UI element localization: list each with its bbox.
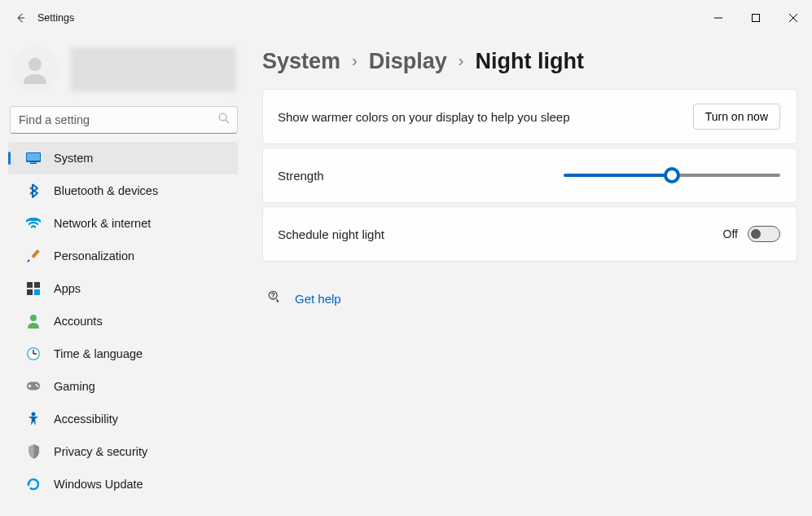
turn-on-button[interactable]: Turn on now <box>693 104 780 130</box>
privacy-icon <box>26 444 41 459</box>
description-card: Show warmer colors on your display to he… <box>262 89 797 144</box>
strength-slider[interactable] <box>564 174 780 177</box>
sidebar-item-label: Windows Update <box>54 478 143 491</box>
breadcrumb-current: Night light <box>475 49 583 74</box>
svg-rect-10 <box>30 163 37 165</box>
sidebar-item-gaming[interactable]: Gaming <box>8 370 238 403</box>
sidebar-item-network[interactable]: Network & internet <box>8 207 238 240</box>
sidebar-item-label: Accounts <box>54 315 103 328</box>
avatar <box>11 46 59 93</box>
update-icon <box>26 477 41 492</box>
svg-point-22 <box>36 384 37 386</box>
titlebar: Settings <box>0 0 812 36</box>
nav-list: SystemBluetooth & devicesNetwork & inter… <box>0 142 248 501</box>
svg-point-29 <box>273 297 274 298</box>
breadcrumb: System › Display › Night light <box>262 49 797 74</box>
strength-slider-container <box>564 174 780 177</box>
help-icon <box>267 289 282 307</box>
arrow-left-icon <box>14 12 25 24</box>
sidebar-item-accessibility[interactable]: Accessibility <box>8 403 238 435</box>
sidebar-item-privacy[interactable]: Privacy & security <box>8 435 238 468</box>
svg-point-5 <box>29 58 42 71</box>
network-icon <box>26 216 41 231</box>
search-input[interactable] <box>10 106 238 134</box>
schedule-state-text: Off <box>723 227 738 240</box>
back-button[interactable] <box>5 3 34 33</box>
sidebar-item-personalization[interactable]: Personalization <box>8 240 238 272</box>
svg-point-23 <box>37 386 38 387</box>
system-icon <box>26 151 41 165</box>
sidebar-item-system[interactable]: System <box>8 142 238 174</box>
sidebar-item-label: Time & language <box>54 347 143 360</box>
sidebar-item-time[interactable]: Time & language <box>8 337 238 370</box>
sidebar-item-bluetooth[interactable]: Bluetooth & devices <box>8 174 238 207</box>
sidebar-item-label: Bluetooth & devices <box>54 184 158 197</box>
svg-rect-2 <box>753 15 760 22</box>
sidebar-item-apps[interactable]: Apps <box>8 272 238 305</box>
help-row: Get help <box>262 289 797 307</box>
search-container <box>10 106 238 134</box>
schedule-card: Schedule night light Off <box>262 206 797 262</box>
svg-point-26 <box>32 412 36 417</box>
user-name-redacted <box>70 47 236 91</box>
maximize-icon <box>752 14 760 22</box>
sidebar-item-update[interactable]: Windows Update <box>8 468 238 501</box>
maximize-button[interactable] <box>737 5 775 31</box>
chevron-right-icon: › <box>352 51 358 70</box>
svg-point-16 <box>30 315 37 321</box>
sidebar-item-accounts[interactable]: Accounts <box>8 305 238 337</box>
svg-rect-15 <box>34 289 40 295</box>
sidebar: SystemBluetooth & devicesNetwork & inter… <box>0 36 248 516</box>
accessibility-icon <box>26 412 41 426</box>
breadcrumb-display[interactable]: Display <box>369 49 447 74</box>
bluetooth-icon <box>26 183 41 198</box>
minimize-icon <box>714 14 722 22</box>
sidebar-item-label: Accessibility <box>54 412 118 426</box>
window-title: Settings <box>37 12 74 24</box>
svg-point-6 <box>219 113 226 121</box>
sidebar-item-label: Privacy & security <box>54 445 147 458</box>
time-icon <box>26 346 41 361</box>
strength-label: Strength <box>278 169 564 183</box>
close-icon <box>789 14 797 22</box>
search-icon <box>218 112 230 127</box>
user-profile[interactable] <box>0 42 248 106</box>
gaming-icon <box>26 379 41 394</box>
sidebar-item-label: Apps <box>54 282 81 295</box>
chevron-right-icon: › <box>459 51 464 70</box>
svg-rect-9 <box>27 153 40 161</box>
apps-icon <box>26 281 41 296</box>
svg-rect-11 <box>32 249 40 258</box>
strength-card: Strength <box>262 148 797 203</box>
sidebar-item-label: Personalization <box>54 249 134 262</box>
sidebar-item-label: Gaming <box>54 380 95 393</box>
svg-rect-14 <box>27 289 33 295</box>
user-icon <box>19 53 51 86</box>
svg-line-7 <box>226 120 229 123</box>
svg-rect-12 <box>27 282 33 288</box>
schedule-toggle[interactable] <box>748 226 780 242</box>
description-text: Show warmer colors on your display to he… <box>278 110 693 124</box>
svg-rect-13 <box>34 282 40 288</box>
svg-marker-27 <box>27 483 30 487</box>
close-button[interactable] <box>775 5 812 31</box>
accounts-icon <box>26 314 41 329</box>
schedule-label: Schedule night light <box>278 227 723 241</box>
sidebar-item-label: System <box>54 152 93 165</box>
personalization-icon <box>26 249 41 263</box>
breadcrumb-system[interactable]: System <box>262 49 340 74</box>
window-controls <box>700 5 812 31</box>
sidebar-item-label: Network & internet <box>54 217 151 230</box>
get-help-link[interactable]: Get help <box>295 292 341 306</box>
main-content: System › Display › Night light Show warm… <box>248 36 812 516</box>
minimize-button[interactable] <box>700 5 737 31</box>
